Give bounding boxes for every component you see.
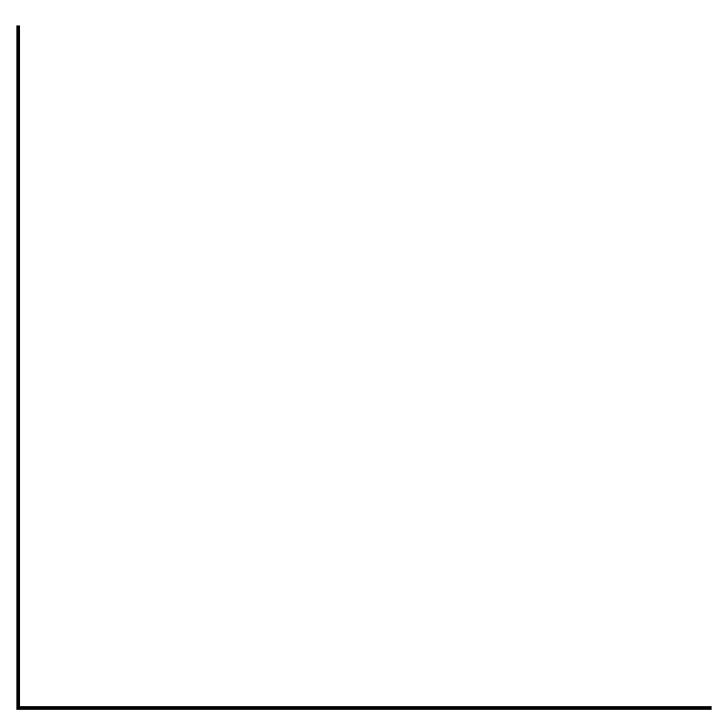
chart-container: [0, 0, 728, 728]
bottleneck-curve: [20, 25, 712, 706]
plot-area: [16, 25, 712, 710]
